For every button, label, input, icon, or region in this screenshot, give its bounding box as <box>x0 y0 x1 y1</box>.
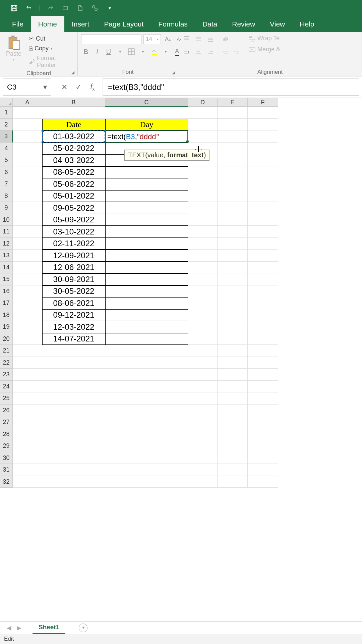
cell-A16[interactable] <box>13 285 42 298</box>
cell-E14[interactable] <box>218 262 248 274</box>
cell-C11[interactable] <box>105 226 188 238</box>
cell-F8[interactable] <box>248 190 278 202</box>
cell-B17[interactable]: 08-06-2021 <box>42 297 105 309</box>
select-all-corner[interactable] <box>0 98 13 107</box>
cell-B25[interactable] <box>42 392 105 405</box>
orientation-icon[interactable]: ab <box>221 34 230 44</box>
cell-B32[interactable] <box>42 476 105 488</box>
tab-insert[interactable]: Insert <box>64 16 97 32</box>
align-right-icon[interactable] <box>206 47 215 56</box>
cell-D2[interactable] <box>188 119 218 131</box>
row-header-22[interactable]: 22 <box>0 357 13 369</box>
cell-D23[interactable] <box>188 369 218 381</box>
row-header-5[interactable]: 5 <box>0 154 13 166</box>
row-header-12[interactable]: 12 <box>0 238 13 250</box>
cell-D16[interactable] <box>188 285 218 298</box>
cell-C20[interactable] <box>105 333 188 345</box>
cell-E1[interactable] <box>218 107 248 119</box>
cell-F13[interactable] <box>248 250 278 262</box>
cell-E7[interactable] <box>218 178 248 190</box>
row-header-32[interactable]: 32 <box>0 476 13 488</box>
cell-D6[interactable] <box>188 166 218 178</box>
col-header-B[interactable]: B <box>42 98 105 107</box>
add-sheet-button[interactable]: + <box>79 624 87 632</box>
row-header-8[interactable]: 8 <box>0 190 13 202</box>
bold-button[interactable]: B <box>81 47 90 56</box>
cell-C6[interactable] <box>105 166 188 178</box>
cell-A1[interactable] <box>13 107 42 119</box>
cell-E28[interactable] <box>218 428 248 440</box>
cell-A30[interactable] <box>13 452 42 464</box>
cell-D28[interactable] <box>188 428 218 440</box>
merge-button[interactable]: Merge & <box>247 45 282 54</box>
sheet-next-icon[interactable]: ▶ <box>17 624 21 632</box>
copy-button[interactable]: ⎘ Copy ▾ <box>27 44 74 53</box>
function-tooltip[interactable]: TEXT(value, format_text) <box>124 150 209 161</box>
cell-F25[interactable] <box>248 392 278 405</box>
row-header-16[interactable]: 16 <box>0 285 13 298</box>
tab-view[interactable]: View <box>262 16 292 32</box>
cell-F18[interactable] <box>248 309 278 321</box>
font-dialog-launcher-icon[interactable]: ◢ <box>172 70 177 75</box>
cell-A3[interactable] <box>13 130 42 143</box>
cell-B3[interactable]: 01-03-2022 <box>42 130 105 143</box>
cell-C28[interactable] <box>105 428 188 440</box>
cell-D7[interactable] <box>188 178 218 190</box>
cell-E10[interactable] <box>218 214 248 226</box>
cell-E13[interactable] <box>218 250 248 262</box>
cell-B10[interactable]: 05-09-2022 <box>42 214 105 226</box>
align-left-icon[interactable] <box>182 47 191 56</box>
cell-A9[interactable] <box>13 202 42 214</box>
cell-E16[interactable] <box>218 285 248 298</box>
cell-C23[interactable] <box>105 369 188 381</box>
cell-F3[interactable] <box>248 130 278 143</box>
cell-C22[interactable] <box>105 357 188 369</box>
cell-A21[interactable] <box>13 345 42 357</box>
cell-A22[interactable] <box>13 357 42 369</box>
fill-color-button[interactable] <box>149 47 159 56</box>
cell-C3[interactable]: =text(B3,"dddd" <box>105 130 188 143</box>
cancel-formula-icon[interactable]: ✕ <box>60 83 68 92</box>
cell-C26[interactable] <box>105 405 188 417</box>
cell-E32[interactable] <box>218 476 248 488</box>
cell-B30[interactable] <box>42 452 105 464</box>
cell-D22[interactable] <box>188 357 218 369</box>
row-header-28[interactable]: 28 <box>0 428 13 440</box>
cell-E20[interactable] <box>218 333 248 345</box>
row-header-7[interactable]: 7 <box>0 178 13 190</box>
cell-A2[interactable] <box>13 119 42 131</box>
row-header-26[interactable]: 26 <box>0 405 13 417</box>
cell-A32[interactable] <box>13 476 42 488</box>
cell-F22[interactable] <box>248 357 278 369</box>
cell-B27[interactable] <box>42 416 105 428</box>
cell-B21[interactable] <box>42 345 105 357</box>
cell-C18[interactable] <box>105 309 188 321</box>
cell-C27[interactable] <box>105 416 188 428</box>
font-family-combo[interactable] <box>81 34 141 44</box>
open-icon[interactable] <box>61 4 69 12</box>
cell-C32[interactable] <box>105 476 188 488</box>
italic-button[interactable]: I <box>93 47 102 56</box>
col-header-E[interactable]: E <box>218 98 248 107</box>
borders-button[interactable] <box>127 47 136 56</box>
cell-F9[interactable] <box>248 202 278 214</box>
cell-C16[interactable] <box>105 285 188 298</box>
cell-D14[interactable] <box>188 262 218 274</box>
cell-B31[interactable] <box>42 464 105 476</box>
cell-C19[interactable] <box>105 321 188 333</box>
cell-E19[interactable] <box>218 321 248 333</box>
cell-E8[interactable] <box>218 190 248 202</box>
cell-B9[interactable]: 09-05-2022 <box>42 202 105 214</box>
cell-E22[interactable] <box>218 357 248 369</box>
copy-dropdown-icon[interactable]: ▾ <box>51 46 53 51</box>
cell-A15[interactable] <box>13 273 42 285</box>
tab-page-layout[interactable]: Page Layout <box>97 16 151 32</box>
paste-button[interactable]: Paste ▾ <box>3 34 24 63</box>
cell-E4[interactable] <box>218 143 248 155</box>
wrap-text-button[interactable]: ab Wrap Te <box>247 34 282 43</box>
cell-F17[interactable] <box>248 297 278 309</box>
fill-dropdown-icon[interactable]: ▾ <box>161 47 170 56</box>
cell-D15[interactable] <box>188 273 218 285</box>
cell-C10[interactable] <box>105 214 188 226</box>
cell-F4[interactable] <box>248 143 278 155</box>
